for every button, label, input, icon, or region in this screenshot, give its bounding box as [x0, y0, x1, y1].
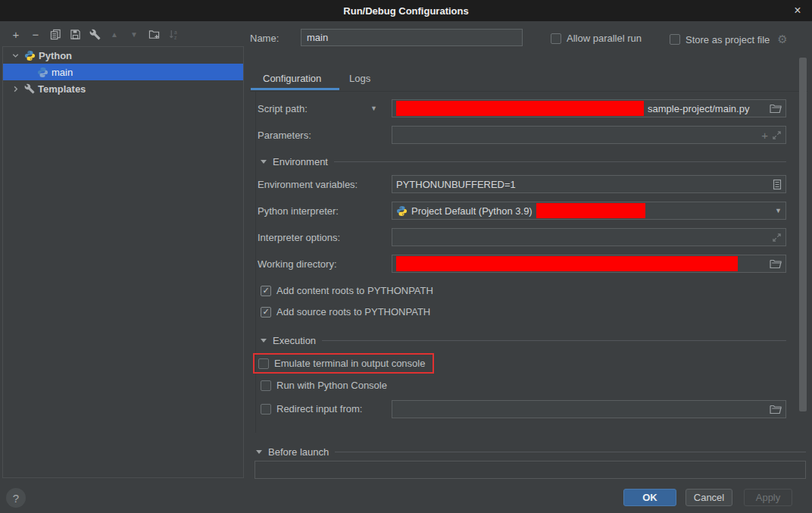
check-icon: ✓: [262, 308, 269, 316]
section-label: Environment: [273, 156, 328, 167]
add-configuration-button[interactable]: +: [6, 25, 26, 43]
script-path-switch-icon[interactable]: ▼: [370, 105, 377, 112]
section-divider: [334, 161, 786, 162]
python-interpreter-select[interactable]: Project Default (Python 3.9) ▼: [392, 202, 786, 220]
tree-item-label: Python: [39, 50, 72, 61]
run-debug-configurations-dialog: Run/Debug Configurations × + − ▲ ▼: [0, 0, 812, 513]
section-execution[interactable]: Execution: [261, 335, 786, 346]
store-as-project-file-checkbox[interactable]: [670, 34, 680, 45]
browse-folder-icon[interactable]: [770, 259, 782, 269]
store-as-project-file-checkbox-row[interactable]: Store as project file ⚙: [670, 33, 788, 46]
python-icon: [37, 67, 48, 78]
name-label: Name:: [250, 33, 279, 44]
add-content-roots-checkbox[interactable]: ✓: [261, 286, 271, 296]
tab-logs[interactable]: Logs: [349, 73, 370, 84]
add-source-roots-label: Add source roots to PYTHONPATH: [276, 306, 430, 317]
title-bar: Run/Debug Configurations ×: [0, 0, 812, 21]
store-as-project-file-label: Store as project file: [686, 34, 770, 45]
close-icon[interactable]: ×: [790, 3, 805, 18]
sort-configurations-button[interactable]: a z: [164, 25, 183, 43]
wrench-icon: [89, 29, 101, 40]
add-macro-icon[interactable]: +: [761, 129, 768, 142]
section-collapse-icon: [261, 160, 267, 164]
dropdown-arrow-icon[interactable]: ▼: [775, 207, 782, 214]
save-configuration-button[interactable]: [65, 25, 85, 43]
add-source-roots-checkbox[interactable]: ✓: [261, 307, 271, 317]
gear-icon[interactable]: ⚙: [777, 33, 787, 46]
working-directory-label: Working directory:: [258, 258, 337, 270]
add-content-roots-checkbox-row[interactable]: ✓ Add content roots to PYTHONPATH: [261, 285, 433, 296]
svg-text:z: z: [173, 34, 176, 39]
tree-item-main-config[interactable]: main: [3, 64, 243, 80]
sort-az-icon: a z: [168, 29, 180, 40]
vertical-scrollbar-thumb[interactable]: [799, 58, 807, 411]
tree-item-label: Templates: [38, 83, 86, 95]
expand-field-icon[interactable]: [772, 233, 782, 242]
cancel-button[interactable]: Cancel: [686, 489, 732, 506]
tree-item-python-group[interactable]: Python: [3, 47, 243, 64]
content-left-border: [255, 92, 256, 433]
section-collapse-icon: [261, 339, 267, 343]
section-environment[interactable]: Environment: [261, 156, 786, 167]
remove-configuration-button[interactable]: −: [26, 25, 45, 43]
before-launch-task-list[interactable]: [255, 461, 806, 479]
redaction-block: [536, 203, 645, 218]
add-source-roots-checkbox-row[interactable]: ✓ Add source roots to PYTHONPATH: [261, 306, 430, 317]
redirect-input-file-input[interactable]: [392, 400, 786, 418]
interpreter-options-input[interactable]: [392, 228, 786, 246]
environment-variables-value: PYTHONUNBUFFERED=1: [396, 179, 516, 190]
expand-field-icon[interactable]: [772, 130, 782, 140]
copy-configuration-button[interactable]: [45, 25, 65, 43]
create-folder-button[interactable]: [144, 25, 164, 43]
run-with-python-console-checkbox-row[interactable]: Run with Python Console: [261, 380, 387, 391]
copy-icon: [50, 29, 61, 40]
allow-parallel-run-checkbox[interactable]: [551, 33, 561, 44]
chevron-right-icon[interactable]: [9, 85, 21, 93]
new-folder-icon: [148, 29, 160, 40]
dialog-title: Run/Debug Configurations: [343, 5, 468, 17]
move-up-button[interactable]: ▲: [105, 25, 124, 43]
tab-content-divider: [250, 91, 807, 92]
allow-parallel-run-label: Allow parallel run: [567, 33, 642, 44]
chevron-down-icon[interactable]: [9, 52, 21, 60]
redirect-input-checkbox-row[interactable]: Redirect input from:: [261, 403, 362, 414]
section-divider: [322, 340, 786, 341]
browse-folder-icon[interactable]: [770, 405, 782, 414]
emulate-terminal-checkbox[interactable]: [258, 358, 269, 369]
working-directory-input[interactable]: [392, 255, 786, 273]
script-path-value: sample-project/main.py: [648, 103, 749, 114]
move-down-button[interactable]: ▼: [124, 25, 144, 43]
configurations-toolbar: + − ▲ ▼: [6, 25, 183, 43]
help-button[interactable]: ?: [6, 488, 26, 508]
python-interpreter-label: Python interpreter:: [258, 205, 339, 217]
emulate-terminal-checkbox-row[interactable]: Emulate terminal in output console: [258, 358, 425, 369]
edit-variables-icon[interactable]: [773, 179, 782, 190]
script-path-label: Script path:: [258, 103, 308, 114]
name-value: main: [307, 32, 328, 43]
red-highlight-annotation: Emulate terminal in output console: [253, 353, 434, 374]
section-collapse-icon: [256, 450, 262, 454]
section-divider: [335, 452, 806, 452]
edit-templates-button[interactable]: [85, 25, 105, 43]
python-interpreter-value: Project Default (Python 3.9): [411, 205, 532, 217]
wrench-icon: [24, 83, 35, 94]
redaction-block: [396, 256, 738, 271]
section-before-launch[interactable]: Before launch: [256, 446, 806, 458]
environment-variables-input[interactable]: PYTHONUNBUFFERED=1: [392, 175, 786, 193]
script-path-input[interactable]: sample-project/main.py: [392, 99, 786, 117]
parameters-input[interactable]: +: [392, 126, 786, 144]
arrow-down-icon: ▼: [130, 30, 138, 39]
tree-item-templates-group[interactable]: Templates: [3, 80, 243, 97]
name-input[interactable]: main: [301, 29, 523, 46]
allow-parallel-run-checkbox-row[interactable]: Allow parallel run: [551, 33, 642, 44]
redirect-input-checkbox[interactable]: [261, 404, 271, 414]
tab-configuration[interactable]: Configuration: [263, 73, 321, 84]
browse-folder-icon[interactable]: [770, 104, 782, 114]
arrow-up-icon: ▲: [111, 30, 118, 39]
ok-button[interactable]: OK: [623, 489, 676, 506]
minus-icon: −: [33, 28, 39, 41]
apply-button[interactable]: Apply: [744, 489, 792, 506]
section-label: Before launch: [268, 446, 329, 458]
redirect-input-label: Redirect input from:: [276, 403, 362, 414]
run-with-python-console-checkbox[interactable]: [261, 380, 271, 391]
